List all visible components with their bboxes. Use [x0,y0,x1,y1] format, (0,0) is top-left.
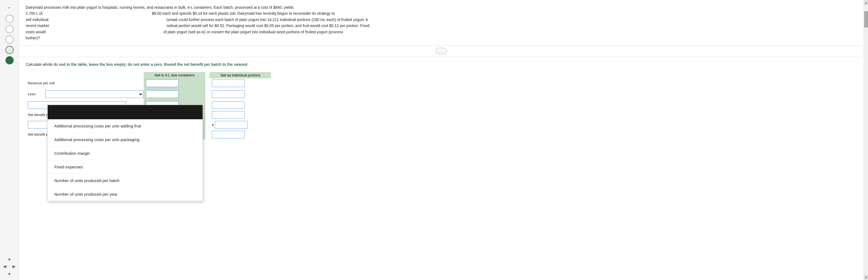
instruction-prefix: Calculate whole do [26,62,58,66]
multiply-x-2: x [212,122,214,127]
less-divider [205,88,210,100]
problem-paragraph4: costs would of plain yogurt (sell as-is)… [26,29,857,35]
left-arrow-icon[interactable]: ← [5,3,14,12]
less-col2-input[interactable] [212,90,245,98]
content-area: Dairymaid processes milk into plain yogu… [19,0,864,280]
radio-4[interactable] [5,46,13,54]
dropdown-header-bar [48,105,203,119]
nav-right-icon[interactable]: ▶ [10,263,18,270]
less-dropdown-select[interactable]: Additional processing costs per unit–add… [45,90,144,98]
radio-5[interactable] [5,56,13,64]
col-divider [205,72,210,78]
text-seg3: dual [41,18,166,22]
instruction-text: Calculate whole do sed in the table, lea… [26,61,857,67]
working-area: Calculate whole do sed in the table, lea… [19,57,864,280]
less2-col2-cell [210,100,271,110]
revenue-row: Revenue per unit [26,78,271,88]
problem-paragraph2: sell individual rymaid could further pro… [26,17,857,23]
multiply-divider [205,120,210,130]
right-scrollbar: ▲ ▼ [864,0,868,280]
multiply-col2-cell: x [210,120,271,130]
scroll-thumb[interactable] [864,11,868,28]
less-row: Less: Additional processing costs per un… [26,88,271,100]
col2-header: Sell as individual portions [210,72,271,78]
left-sidebar: ← ▲ ◀ ▶ ▼ [0,0,19,280]
less-container: Less: Additional processing costs per un… [28,90,142,98]
multiply-col2-input[interactable] [215,121,248,129]
less-col1-input[interactable] [146,90,179,98]
empty-header [26,72,144,78]
net-batch-divider [205,130,210,139]
text-seg4: rket [42,24,166,28]
less-col2-cell [210,88,271,100]
net-batch-col2-cell [210,130,271,139]
nav-left-icon[interactable]: ◀ [1,263,9,270]
scroll-up-arrow[interactable]: ▲ [864,0,868,5]
net-unit-col2-input[interactable] [212,111,245,119]
text-segment2 [43,11,152,16]
dropdown-item-1[interactable]: Additional processing costs per unit–add… [48,119,203,133]
less-label-cell: Less: Additional processing costs per un… [26,88,144,100]
less2-divider [205,100,210,110]
revenue-col2-cell [210,78,271,88]
problem-text: Dairymaid processes milk into plain yogu… [19,0,864,46]
text-seg5: ld [42,30,163,34]
dropdown-item-6[interactable]: Number of units produced per year [48,188,203,201]
dropdown-menu: Additional processing costs per unit–add… [48,105,203,201]
table-wrapper: Sell in 4-L size containers Sell as indi… [26,72,857,139]
ellipsis-button[interactable]: ... [436,48,447,55]
revenue-label: Revenue per unit [26,78,144,88]
radio-1[interactable] [5,15,13,23]
instruction-bold: sed in the table, leave the box empty; d… [59,62,248,66]
revenue-col1-input[interactable] [146,79,179,87]
dropdown-item-5[interactable]: Number of units produced per batch [48,174,203,188]
dropdown-item-2[interactable]: Additional processing costs per unit–pac… [48,133,203,146]
problem-paragraph5: further)? [26,35,857,41]
divider-cell [205,78,210,88]
scroll-down-arrow[interactable]: ▼ [864,275,868,280]
problem-paragraph: Dairymaid processes milk into plain yogu… [26,4,857,17]
dropdown-item-4[interactable]: Fixed expenses [48,160,203,174]
text-segment: gurt to hospitals, nursing homes, and re… [91,5,293,9]
radio-3[interactable] [5,35,13,44]
problem-paragraph3: recent market ividual portion would sell… [26,23,857,29]
revenue-col1-cell [144,78,205,88]
radio-2[interactable] [5,25,13,33]
ellipsis-row: ... [19,46,864,57]
sidebar-nav-bottom: ▲ ◀ ▶ ▼ [1,255,18,277]
dropdown-item-3[interactable]: Contribution margin [48,146,203,160]
less-col1-cell [144,88,205,100]
col1-header: Sell in 4-L size containers [144,72,205,78]
main-container: ← ▲ ◀ ▶ ▼ Dairymaid processes milk into … [0,0,868,280]
revenue-col2-input[interactable] [212,79,245,87]
net-unit-divider [205,110,210,120]
scroll-track [864,5,868,275]
less-label: Less: [28,92,44,96]
less2-col2-input[interactable] [212,101,245,109]
nav-down-icon[interactable]: ▼ [5,271,13,277]
nav-up-icon[interactable]: ▲ [5,255,13,262]
net-unit-col2-cell [210,110,271,120]
net-batch-col2-input[interactable] [212,131,245,138]
